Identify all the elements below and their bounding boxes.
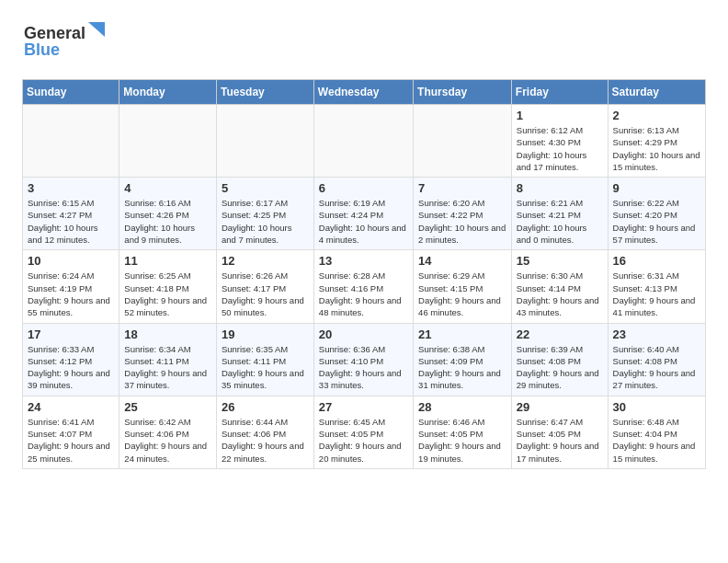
day-cell-19: 19Sunrise: 6:35 AM Sunset: 4:11 PM Dayli…: [216, 323, 313, 396]
day-cell-4: 4Sunrise: 6:16 AM Sunset: 4:26 PM Daylig…: [119, 178, 217, 250]
day-cell-21: 21Sunrise: 6:38 AM Sunset: 4:09 PM Dayli…: [414, 323, 512, 396]
day-info: Sunrise: 6:45 AM Sunset: 4:05 PM Dayligh…: [319, 416, 408, 465]
day-number: 19: [222, 327, 309, 341]
day-cell-20: 20Sunrise: 6:36 AM Sunset: 4:10 PM Dayli…: [313, 323, 413, 396]
day-cell-24: 24Sunrise: 6:41 AM Sunset: 4:07 PM Dayli…: [23, 396, 119, 468]
day-number: 3: [28, 181, 114, 195]
empty-cell: [216, 105, 313, 178]
day-cell-9: 9Sunrise: 6:22 AM Sunset: 4:20 PM Daylig…: [608, 178, 705, 250]
empty-cell: [23, 105, 119, 178]
week-row-5: 24Sunrise: 6:41 AM Sunset: 4:07 PM Dayli…: [23, 396, 706, 468]
day-info: Sunrise: 6:40 AM Sunset: 4:08 PM Dayligh…: [613, 343, 700, 392]
day-cell-15: 15Sunrise: 6:30 AM Sunset: 4:14 PM Dayli…: [511, 250, 608, 323]
empty-cell: [313, 105, 413, 178]
day-info: Sunrise: 6:17 AM Sunset: 4:25 PM Dayligh…: [222, 197, 309, 246]
day-info: Sunrise: 6:39 AM Sunset: 4:08 PM Dayligh…: [517, 343, 603, 392]
logo: General Blue: [22, 18, 123, 64]
day-info: Sunrise: 6:44 AM Sunset: 4:06 PM Dayligh…: [222, 416, 309, 465]
calendar-table: SundayMondayTuesdayWednesdayThursdayFrid…: [22, 79, 706, 469]
day-number: 5: [222, 181, 309, 195]
day-cell-17: 17Sunrise: 6:33 AM Sunset: 4:12 PM Dayli…: [23, 323, 119, 396]
day-info: Sunrise: 6:16 AM Sunset: 4:26 PM Dayligh…: [124, 197, 211, 246]
day-cell-22: 22Sunrise: 6:39 AM Sunset: 4:08 PM Dayli…: [511, 323, 608, 396]
day-info: Sunrise: 6:47 AM Sunset: 4:05 PM Dayligh…: [517, 416, 603, 465]
day-number: 14: [418, 254, 506, 268]
day-number: 2: [613, 109, 700, 122]
day-number: 20: [319, 327, 408, 341]
day-info: Sunrise: 6:42 AM Sunset: 4:06 PM Dayligh…: [124, 416, 211, 465]
day-cell-29: 29Sunrise: 6:47 AM Sunset: 4:05 PM Dayli…: [511, 396, 608, 468]
day-cell-2: 2Sunrise: 6:13 AM Sunset: 4:29 PM Daylig…: [608, 105, 705, 178]
day-cell-8: 8Sunrise: 6:21 AM Sunset: 4:21 PM Daylig…: [511, 178, 608, 250]
day-info: Sunrise: 6:48 AM Sunset: 4:04 PM Dayligh…: [613, 416, 700, 465]
day-number: 1: [517, 109, 603, 122]
day-info: Sunrise: 6:31 AM Sunset: 4:13 PM Dayligh…: [613, 270, 700, 318]
day-number: 18: [124, 327, 211, 341]
day-info: Sunrise: 6:29 AM Sunset: 4:15 PM Dayligh…: [418, 270, 506, 318]
week-row-4: 17Sunrise: 6:33 AM Sunset: 4:12 PM Dayli…: [23, 323, 706, 396]
day-number: 8: [517, 181, 603, 195]
day-info: Sunrise: 6:15 AM Sunset: 4:27 PM Dayligh…: [28, 197, 114, 246]
empty-cell: [119, 105, 217, 178]
day-info: Sunrise: 6:36 AM Sunset: 4:10 PM Dayligh…: [319, 343, 408, 392]
day-number: 21: [418, 327, 506, 341]
day-cell-13: 13Sunrise: 6:28 AM Sunset: 4:16 PM Dayli…: [313, 250, 413, 323]
day-number: 11: [124, 254, 211, 268]
day-info: Sunrise: 6:19 AM Sunset: 4:24 PM Dayligh…: [319, 197, 408, 246]
day-number: 9: [613, 181, 700, 195]
weekday-tuesday: Tuesday: [216, 80, 313, 105]
day-number: 4: [124, 181, 211, 195]
week-row-3: 10Sunrise: 6:24 AM Sunset: 4:19 PM Dayli…: [23, 250, 706, 323]
day-number: 7: [418, 181, 506, 195]
weekday-friday: Friday: [511, 80, 608, 105]
day-info: Sunrise: 6:24 AM Sunset: 4:19 PM Dayligh…: [28, 270, 114, 318]
day-info: Sunrise: 6:26 AM Sunset: 4:17 PM Dayligh…: [222, 270, 309, 318]
day-number: 24: [28, 400, 114, 414]
day-info: Sunrise: 6:38 AM Sunset: 4:09 PM Dayligh…: [418, 343, 506, 392]
day-cell-7: 7Sunrise: 6:20 AM Sunset: 4:22 PM Daylig…: [414, 178, 512, 250]
day-number: 16: [613, 254, 700, 268]
day-cell-1: 1Sunrise: 6:12 AM Sunset: 4:30 PM Daylig…: [511, 105, 608, 178]
day-cell-28: 28Sunrise: 6:46 AM Sunset: 4:05 PM Dayli…: [414, 396, 512, 468]
weekday-header-row: SundayMondayTuesdayWednesdayThursdayFrid…: [23, 80, 706, 105]
svg-text:Blue: Blue: [24, 40, 60, 59]
day-number: 22: [517, 327, 603, 341]
weekday-saturday: Saturday: [608, 80, 705, 105]
day-info: Sunrise: 6:28 AM Sunset: 4:16 PM Dayligh…: [319, 270, 408, 318]
day-cell-5: 5Sunrise: 6:17 AM Sunset: 4:25 PM Daylig…: [216, 178, 313, 250]
day-cell-12: 12Sunrise: 6:26 AM Sunset: 4:17 PM Dayli…: [216, 250, 313, 323]
day-cell-23: 23Sunrise: 6:40 AM Sunset: 4:08 PM Dayli…: [608, 323, 705, 396]
day-number: 6: [319, 181, 408, 195]
day-number: 15: [517, 254, 603, 268]
day-cell-18: 18Sunrise: 6:34 AM Sunset: 4:11 PM Dayli…: [119, 323, 217, 396]
svg-marker-2: [88, 22, 105, 37]
day-number: 26: [222, 400, 309, 414]
day-number: 12: [222, 254, 309, 268]
day-info: Sunrise: 6:30 AM Sunset: 4:14 PM Dayligh…: [517, 270, 603, 318]
week-row-1: 1Sunrise: 6:12 AM Sunset: 4:30 PM Daylig…: [23, 105, 706, 178]
day-number: 23: [613, 327, 700, 341]
day-info: Sunrise: 6:33 AM Sunset: 4:12 PM Dayligh…: [28, 343, 114, 392]
weekday-sunday: Sunday: [23, 80, 119, 105]
day-cell-11: 11Sunrise: 6:25 AM Sunset: 4:18 PM Dayli…: [119, 250, 217, 323]
day-number: 30: [613, 400, 700, 414]
day-info: Sunrise: 6:25 AM Sunset: 4:18 PM Dayligh…: [124, 270, 211, 318]
page: General Blue SundayMondayTuesdayWednesda…: [0, 0, 728, 488]
day-info: Sunrise: 6:46 AM Sunset: 4:05 PM Dayligh…: [418, 416, 506, 465]
day-info: Sunrise: 6:20 AM Sunset: 4:22 PM Dayligh…: [418, 197, 506, 246]
day-info: Sunrise: 6:21 AM Sunset: 4:21 PM Dayligh…: [517, 197, 603, 246]
day-info: Sunrise: 6:41 AM Sunset: 4:07 PM Dayligh…: [28, 416, 114, 465]
day-cell-30: 30Sunrise: 6:48 AM Sunset: 4:04 PM Dayli…: [608, 396, 705, 468]
day-info: Sunrise: 6:35 AM Sunset: 4:11 PM Dayligh…: [222, 343, 309, 392]
day-info: Sunrise: 6:12 AM Sunset: 4:30 PM Dayligh…: [517, 124, 603, 173]
week-row-2: 3Sunrise: 6:15 AM Sunset: 4:27 PM Daylig…: [23, 178, 706, 250]
svg-text:General: General: [24, 24, 85, 42]
day-number: 10: [28, 254, 114, 268]
day-cell-10: 10Sunrise: 6:24 AM Sunset: 4:19 PM Dayli…: [23, 250, 119, 323]
day-cell-25: 25Sunrise: 6:42 AM Sunset: 4:06 PM Dayli…: [119, 396, 217, 468]
day-info: Sunrise: 6:22 AM Sunset: 4:20 PM Dayligh…: [613, 197, 700, 246]
day-number: 27: [319, 400, 408, 414]
day-number: 25: [124, 400, 211, 414]
day-cell-26: 26Sunrise: 6:44 AM Sunset: 4:06 PM Dayli…: [216, 396, 313, 468]
weekday-thursday: Thursday: [414, 80, 512, 105]
